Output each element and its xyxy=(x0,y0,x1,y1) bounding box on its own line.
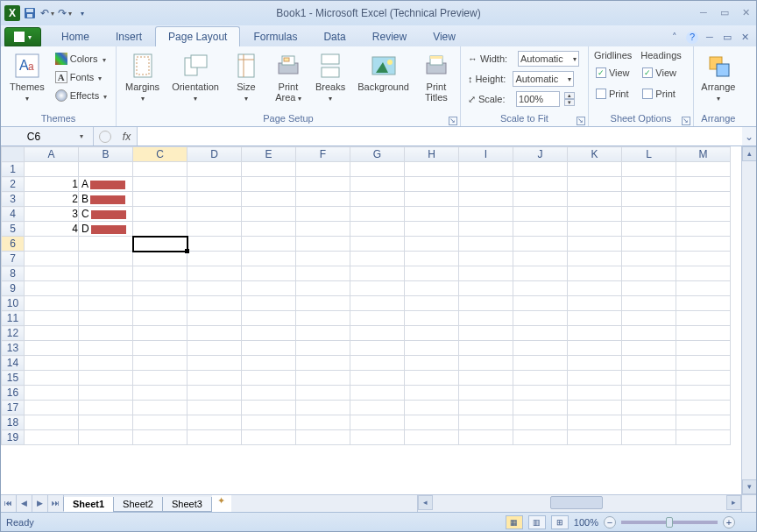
cell-F10[interactable] xyxy=(296,296,350,311)
cell-E12[interactable] xyxy=(242,326,296,341)
scroll-up-icon[interactable]: ▴ xyxy=(742,146,756,161)
cell-D7[interactable] xyxy=(187,252,242,266)
cell-G14[interactable] xyxy=(350,356,405,371)
scale-input[interactable]: 100% xyxy=(516,91,560,107)
row-header-1[interactable]: 1 xyxy=(2,162,25,177)
cell-H17[interactable] xyxy=(405,401,459,415)
cell-M12[interactable] xyxy=(676,326,731,341)
col-header-A[interactable]: A xyxy=(25,147,79,162)
sheetopt-launcher[interactable]: ↘ xyxy=(682,117,690,125)
cell-E2[interactable] xyxy=(242,177,296,192)
cell-G1[interactable] xyxy=(350,162,405,177)
cell-B15[interactable] xyxy=(79,371,133,386)
cell-L12[interactable] xyxy=(622,326,676,341)
cell-L4[interactable] xyxy=(622,207,676,222)
row-header-9[interactable]: 9 xyxy=(2,281,25,296)
cell-A5[interactable]: 4 xyxy=(25,222,79,237)
cell-G6[interactable] xyxy=(350,237,405,252)
cell-M7[interactable] xyxy=(676,252,731,266)
cell-B11[interactable] xyxy=(79,311,133,326)
cell-J3[interactable] xyxy=(513,192,568,207)
cell-F15[interactable] xyxy=(296,371,350,386)
cell-C6[interactable] xyxy=(133,237,187,252)
cell-E18[interactable] xyxy=(242,415,296,430)
cell-E10[interactable] xyxy=(242,296,296,311)
cell-A8[interactable] xyxy=(25,266,79,281)
col-header-G[interactable]: G xyxy=(350,147,405,162)
minimize-ribbon-icon[interactable]: ˄ xyxy=(669,32,681,44)
cell-K2[interactable] xyxy=(568,177,622,192)
effects-button[interactable]: Effects xyxy=(53,87,109,104)
cell-L2[interactable] xyxy=(622,177,676,192)
cell-G19[interactable] xyxy=(350,430,405,445)
cell-E4[interactable] xyxy=(242,207,296,222)
cell-H10[interactable] xyxy=(405,296,459,311)
cell-L7[interactable] xyxy=(622,252,676,266)
tab-data[interactable]: Data xyxy=(310,26,358,46)
cell-F4[interactable] xyxy=(296,207,350,222)
cell-J5[interactable] xyxy=(513,222,568,237)
cell-B1[interactable] xyxy=(79,162,133,177)
cell-J12[interactable] xyxy=(513,326,568,341)
cell-H7[interactable] xyxy=(405,252,459,266)
zoom-out-button[interactable]: − xyxy=(604,516,616,528)
cell-L14[interactable] xyxy=(622,356,676,371)
cell-L5[interactable] xyxy=(622,222,676,237)
cell-M8[interactable] xyxy=(676,266,731,281)
cell-M14[interactable] xyxy=(676,356,731,371)
cell-K8[interactable] xyxy=(568,266,622,281)
cell-H16[interactable] xyxy=(405,386,459,401)
cell-J13[interactable] xyxy=(513,341,568,356)
cell-F6[interactable] xyxy=(296,237,350,252)
cell-I16[interactable] xyxy=(459,386,513,401)
cell-D15[interactable] xyxy=(187,371,242,386)
cell-G3[interactable] xyxy=(350,192,405,207)
close-button[interactable]: ✕ xyxy=(739,7,753,19)
cell-I7[interactable] xyxy=(459,252,513,266)
cell-H12[interactable] xyxy=(405,326,459,341)
file-tab[interactable]: ▾ xyxy=(4,27,41,46)
cell-H9[interactable] xyxy=(405,281,459,296)
gridlines-print-checkbox[interactable]: Print xyxy=(594,85,632,103)
zoom-in-button[interactable]: + xyxy=(723,516,735,528)
cell-C1[interactable] xyxy=(133,162,187,177)
sheet-first-icon[interactable]: ⏮ xyxy=(1,495,17,512)
background-button[interactable]: Background xyxy=(354,50,413,94)
cell-J14[interactable] xyxy=(513,356,568,371)
col-header-E[interactable]: E xyxy=(242,147,296,162)
cell-B19[interactable] xyxy=(79,430,133,445)
cell-D17[interactable] xyxy=(187,401,242,415)
minimize-button[interactable]: ─ xyxy=(697,7,711,19)
cell-M4[interactable] xyxy=(676,207,731,222)
cell-L13[interactable] xyxy=(622,341,676,356)
cell-D11[interactable] xyxy=(187,311,242,326)
cell-I18[interactable] xyxy=(459,415,513,430)
tab-view[interactable]: View xyxy=(420,26,469,46)
cell-B10[interactable] xyxy=(79,296,133,311)
col-header-L[interactable]: L xyxy=(622,147,676,162)
cell-J17[interactable] xyxy=(513,401,568,415)
cell-A6[interactable] xyxy=(25,237,79,252)
cell-J11[interactable] xyxy=(513,311,568,326)
normal-view-button[interactable]: ▦ xyxy=(506,515,523,529)
cell-A1[interactable] xyxy=(25,162,79,177)
cell-A2[interactable]: 1 xyxy=(25,177,79,192)
cell-J6[interactable] xyxy=(513,237,568,252)
cell-F7[interactable] xyxy=(296,252,350,266)
qat-customize-icon[interactable]: ▾ xyxy=(74,5,90,21)
cell-E3[interactable] xyxy=(242,192,296,207)
row-header-15[interactable]: 15 xyxy=(2,371,25,386)
scroll-right-icon[interactable]: ▸ xyxy=(726,495,741,510)
cell-A18[interactable] xyxy=(25,415,79,430)
cell-D3[interactable] xyxy=(187,192,242,207)
page-setup-launcher[interactable]: ↘ xyxy=(449,117,457,125)
cell-B4[interactable]: C xyxy=(79,207,133,222)
cell-D10[interactable] xyxy=(187,296,242,311)
cell-J16[interactable] xyxy=(513,386,568,401)
cell-F12[interactable] xyxy=(296,326,350,341)
cell-A3[interactable]: 2 xyxy=(25,192,79,207)
cell-B9[interactable] xyxy=(79,281,133,296)
themes-button[interactable]: Aa Themes▾ xyxy=(6,50,48,106)
cell-M18[interactable] xyxy=(676,415,731,430)
cell-C3[interactable] xyxy=(133,192,187,207)
